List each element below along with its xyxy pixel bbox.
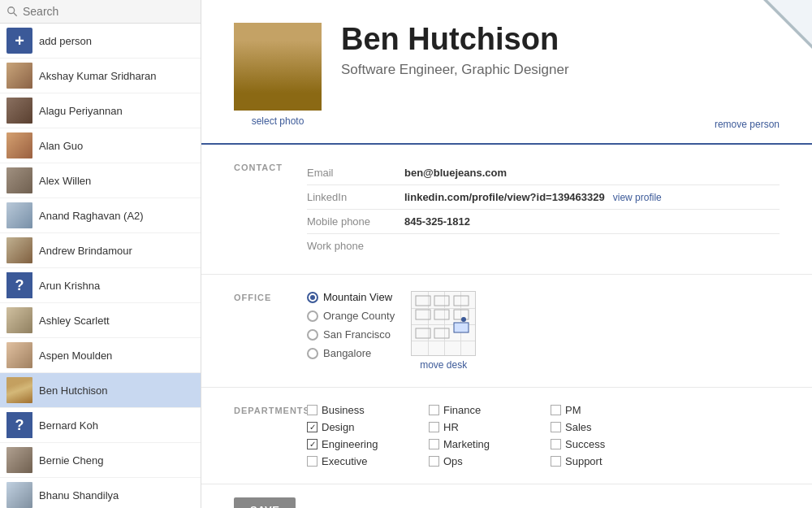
- field-value: 845-325-1812: [404, 215, 470, 228]
- contact-name: Andrew Brindamour: [39, 245, 132, 257]
- dept-checkbox[interactable]: [429, 439, 439, 449]
- dept-item-3[interactable]: Design: [307, 421, 421, 433]
- svg-rect-19: [250, 101, 305, 111]
- office-option-1[interactable]: Orange County: [307, 310, 395, 322]
- svg-rect-23: [434, 310, 449, 319]
- dept-checkbox[interactable]: [429, 422, 439, 432]
- sidebar-item-akshay[interactable]: Akshay Kumar Sridharan: [0, 59, 201, 93]
- search-bar: [0, 0, 201, 24]
- dept-item-8[interactable]: Success: [551, 438, 664, 450]
- save-button[interactable]: SAVE: [234, 497, 296, 508]
- field-label: LinkedIn: [307, 191, 404, 203]
- sidebar-item-alagu[interactable]: Alagu Periyannan: [0, 93, 201, 128]
- select-photo-link[interactable]: select photo: [252, 115, 304, 127]
- departments-grid: Business Finance PM Design HR Sales Engi…: [307, 404, 780, 467]
- svg-point-3: [248, 24, 307, 70]
- svg-point-13: [260, 63, 265, 68]
- contact-name: Alex Willen: [39, 175, 91, 187]
- dept-item-9[interactable]: Executive: [307, 455, 421, 467]
- avatar: ?: [6, 272, 32, 298]
- dept-checkbox[interactable]: [307, 456, 317, 467]
- svg-rect-6: [253, 60, 271, 72]
- sidebar-item-arun[interactable]: ?Arun Krishna: [0, 268, 201, 303]
- dept-item-11[interactable]: Support: [551, 455, 664, 467]
- search-icon: [6, 6, 18, 17]
- contact-name: Alan Guo: [39, 140, 83, 152]
- office-options: Mountain View Orange County San Francisc…: [307, 291, 395, 359]
- departments-section-label: DEPARTMENTS: [234, 404, 307, 415]
- dept-checkbox[interactable]: [307, 439, 317, 449]
- svg-line-1: [14, 13, 17, 16]
- office-option-0[interactable]: Mountain View: [307, 291, 395, 303]
- dept-item-2[interactable]: PM: [551, 404, 664, 416]
- svg-point-5: [253, 44, 302, 96]
- sidebar-item-alex[interactable]: Alex Willen: [0, 163, 201, 198]
- contact-field-row: Work phone: [307, 234, 780, 258]
- svg-point-16: [249, 63, 257, 76]
- avatar: [6, 202, 32, 228]
- svg-rect-18: [265, 93, 291, 111]
- office-section-label: OFFICE: [234, 291, 307, 302]
- dept-item-0[interactable]: Business: [307, 404, 421, 416]
- dept-label: Business: [322, 404, 365, 416]
- main-content: select photo Ben Hutchison Software Engi…: [201, 0, 812, 508]
- sidebar: + add person Akshay Kumar SridharanAlagu…: [0, 0, 201, 508]
- contacts-list: + add person Akshay Kumar SridharanAlagu…: [0, 24, 201, 508]
- sidebar-item-bernard[interactable]: ?Bernard Koh: [0, 408, 201, 443]
- contact-fields: Emailben@bluejeans.comLinkedInlinkedin.c…: [307, 161, 780, 258]
- avatar: [6, 307, 32, 333]
- sidebar-item-ben[interactable]: Ben Hutchison: [0, 373, 201, 408]
- field-value: linkedin.com/profile/view?id=139463329: [404, 191, 605, 203]
- move-desk-link[interactable]: move desk: [420, 359, 467, 371]
- svg-point-29: [461, 317, 466, 322]
- dept-checkbox[interactable]: [429, 456, 439, 467]
- dept-checkbox[interactable]: [307, 405, 317, 415]
- sidebar-item-bhanu[interactable]: Bhanu Shandilya: [0, 478, 201, 508]
- contact-section: CONTACT Emailben@bluejeans.comLinkedInli…: [201, 145, 812, 275]
- field-label: Mobile phone: [307, 215, 404, 228]
- avatar: [6, 98, 32, 124]
- svg-rect-21: [416, 310, 430, 319]
- contact-name: Bernie Cheng: [39, 454, 104, 467]
- dept-item-1[interactable]: Finance: [429, 404, 542, 416]
- remove-person-link[interactable]: remove person: [715, 119, 780, 130]
- contact-field-row: Emailben@bluejeans.com: [307, 161, 780, 185]
- add-person-icon: +: [6, 28, 32, 54]
- profile-name-area: Ben Hutchison Software Engineer, Graphic…: [341, 23, 780, 78]
- dept-item-4[interactable]: HR: [429, 421, 542, 433]
- sidebar-item-aspen[interactable]: Aspen Moulden: [0, 338, 201, 373]
- dept-item-10[interactable]: Ops: [429, 455, 542, 467]
- dept-checkbox[interactable]: [551, 405, 561, 415]
- office-option-label: San Francisco: [323, 328, 391, 341]
- dept-checkbox[interactable]: [307, 422, 317, 432]
- dept-checkbox[interactable]: [429, 405, 439, 415]
- dept-item-7[interactable]: Marketing: [429, 438, 542, 450]
- dept-checkbox[interactable]: [551, 456, 561, 467]
- sidebar-item-andrew[interactable]: Andrew Brindamour: [0, 233, 201, 268]
- dept-checkbox[interactable]: [551, 439, 561, 449]
- sidebar-item-anand[interactable]: Anand Raghavan (A2): [0, 198, 201, 233]
- field-link[interactable]: view profile: [613, 192, 662, 203]
- sidebar-item-bernie[interactable]: Bernie Cheng: [0, 443, 201, 478]
- search-input[interactable]: [23, 5, 194, 18]
- contact-name: Bernard Koh: [39, 419, 98, 432]
- field-input-3[interactable]: [404, 240, 567, 252]
- add-person-button[interactable]: + add person: [0, 24, 201, 59]
- dept-label: Success: [565, 438, 605, 450]
- office-option-3[interactable]: Bangalore: [307, 347, 395, 359]
- contact-name: Arun Krishna: [39, 280, 100, 292]
- office-option-label: Mountain View: [323, 291, 392, 303]
- dept-item-5[interactable]: Sales: [551, 421, 664, 433]
- dept-checkbox[interactable]: [551, 422, 561, 432]
- svg-rect-20: [416, 296, 430, 306]
- office-option-label: Orange County: [323, 310, 395, 322]
- office-option-2[interactable]: San Francisco: [307, 328, 395, 341]
- avatar: [6, 63, 32, 89]
- svg-point-17: [298, 63, 306, 76]
- office-map-area: move desk: [411, 291, 476, 371]
- sidebar-item-alan[interactable]: Alan Guo: [0, 128, 201, 163]
- sidebar-item-ashley[interactable]: Ashley Scarlett: [0, 303, 201, 338]
- dept-label: Support: [565, 455, 603, 467]
- contact-name: Anand Raghavan (A2): [39, 210, 144, 222]
- dept-item-6[interactable]: Engineering: [307, 438, 421, 450]
